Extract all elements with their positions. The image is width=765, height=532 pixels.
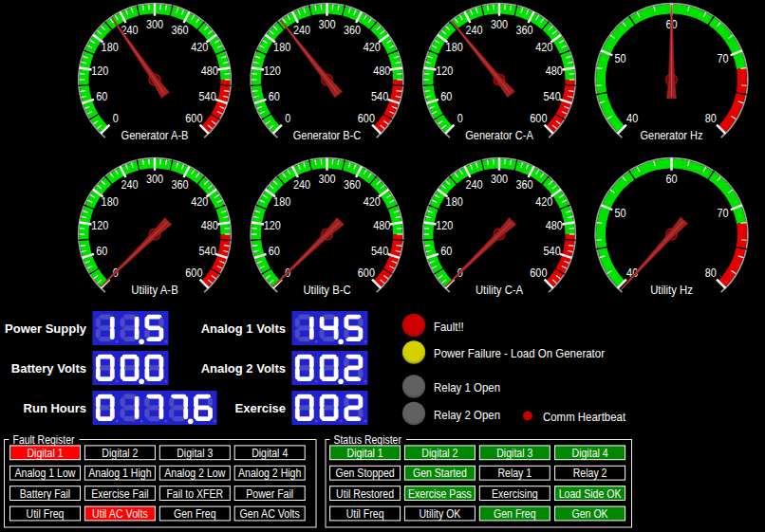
svg-text:480: 480: [201, 64, 218, 78]
svg-text:Gen Freq: Gen Freq: [174, 507, 216, 521]
svg-text:240: 240: [293, 178, 310, 192]
svg-text:600: 600: [358, 266, 375, 280]
svg-text:180: 180: [102, 41, 119, 54]
svg-text:Util AC Volts: Util AC Volts: [92, 507, 148, 521]
svg-text:Fault Register: Fault Register: [13, 433, 75, 447]
svg-text:60: 60: [269, 90, 280, 103]
svg-text:Generator A-B: Generator A-B: [121, 128, 189, 142]
svg-text:600: 600: [185, 112, 202, 125]
svg-text:40: 40: [626, 112, 638, 125]
svg-text:240: 240: [293, 24, 310, 37]
svg-text:50: 50: [614, 207, 625, 220]
svg-text:360: 360: [172, 178, 189, 192]
svg-text:360: 360: [344, 178, 361, 192]
svg-text:Utility C-A: Utility C-A: [476, 283, 523, 297]
svg-text:Util Freq: Util Freq: [27, 507, 65, 521]
svg-text:Digital 4: Digital 4: [252, 447, 288, 460]
svg-text:Battery Volts: Battery Volts: [11, 361, 86, 376]
svg-text:80: 80: [705, 112, 717, 125]
svg-text:Analog 2 Volts: Analog 2 Volts: [201, 361, 286, 376]
svg-text:Analog 2 Low: Analog 2 Low: [164, 467, 225, 480]
svg-text:600: 600: [530, 266, 547, 280]
svg-text:0: 0: [457, 112, 463, 125]
svg-text:300: 300: [146, 173, 163, 186]
svg-text:540: 540: [199, 90, 216, 103]
svg-text:540: 540: [544, 90, 561, 103]
svg-text:Gen Started: Gen Started: [413, 467, 467, 480]
svg-text:360: 360: [516, 178, 533, 192]
svg-text:70: 70: [718, 207, 729, 220]
svg-text:540: 540: [371, 90, 388, 103]
svg-text:Relay 2: Relay 2: [573, 467, 607, 480]
svg-text:420: 420: [364, 41, 381, 54]
svg-text:60: 60: [96, 245, 107, 258]
svg-text:360: 360: [172, 24, 189, 37]
svg-text:Utility B-C: Utility B-C: [303, 283, 350, 297]
svg-text:120: 120: [436, 219, 453, 232]
svg-text:540: 540: [371, 245, 388, 258]
svg-text:120: 120: [91, 64, 108, 78]
svg-text:Digital 4: Digital 4: [572, 447, 608, 460]
svg-text:Digital 3: Digital 3: [177, 447, 213, 460]
svg-text:180: 180: [446, 195, 463, 209]
svg-text:Relay 1: Relay 1: [497, 467, 532, 480]
svg-text:60: 60: [440, 245, 452, 258]
svg-text:Relay 1 Open: Relay 1 Open: [434, 380, 500, 394]
svg-text:Utility OK: Utility OK: [419, 507, 460, 521]
svg-text:Digital 2: Digital 2: [421, 447, 457, 460]
svg-text:80: 80: [705, 266, 717, 280]
svg-text:540: 540: [199, 245, 216, 258]
svg-text:0: 0: [113, 112, 119, 125]
svg-text:300: 300: [146, 18, 163, 31]
svg-text:Analog 1 High: Analog 1 High: [88, 467, 151, 480]
svg-text:50: 50: [614, 52, 625, 65]
svg-text:Gen OK: Gen OK: [572, 507, 608, 521]
svg-text:120: 120: [91, 219, 108, 232]
svg-text:300: 300: [318, 173, 335, 186]
svg-text:480: 480: [546, 219, 563, 232]
svg-text:Gen Stopped: Gen Stopped: [335, 467, 394, 480]
svg-text:420: 420: [191, 195, 208, 209]
svg-text:240: 240: [465, 24, 482, 37]
svg-text:Analog 1 Volts: Analog 1 Volts: [201, 321, 286, 336]
svg-text:Analog 1 Low: Analog 1 Low: [14, 467, 75, 480]
svg-text:180: 180: [273, 195, 290, 209]
svg-text:Exercise Fail: Exercise Fail: [91, 487, 148, 501]
svg-text:240: 240: [121, 178, 138, 192]
svg-text:Digital 3: Digital 3: [496, 447, 532, 460]
svg-text:Generator C-A: Generator C-A: [465, 128, 533, 142]
svg-text:120: 120: [264, 219, 281, 232]
svg-text:480: 480: [373, 64, 390, 78]
svg-text:Fail to XFER: Fail to XFER: [166, 487, 223, 501]
svg-text:Digital 1: Digital 1: [27, 447, 63, 460]
svg-text:600: 600: [530, 112, 547, 125]
svg-text:600: 600: [185, 266, 202, 280]
svg-text:480: 480: [201, 219, 218, 232]
svg-text:Power Fail: Power Fail: [246, 487, 293, 501]
svg-text:60: 60: [440, 90, 452, 103]
svg-text:360: 360: [344, 24, 361, 37]
svg-text:Util Freq: Util Freq: [346, 507, 384, 521]
svg-text:420: 420: [535, 195, 552, 209]
svg-text:Exercise: Exercise: [235, 401, 287, 415]
svg-text:Gen AC Volts: Gen AC Volts: [240, 507, 300, 521]
svg-text:300: 300: [318, 18, 335, 31]
svg-text:0: 0: [285, 112, 290, 125]
svg-text:300: 300: [491, 18, 508, 31]
svg-text:Battery Fail: Battery Fail: [20, 487, 70, 501]
svg-text:Power Supply: Power Supply: [5, 321, 87, 336]
svg-text:Generator B-C: Generator B-C: [293, 128, 362, 142]
svg-text:70: 70: [718, 52, 729, 65]
svg-text:420: 420: [364, 195, 381, 209]
svg-text:180: 180: [102, 195, 119, 209]
svg-text:420: 420: [191, 41, 208, 54]
svg-text:Digital 2: Digital 2: [102, 447, 138, 460]
svg-text:Digital 1: Digital 1: [347, 447, 383, 460]
svg-text:Gen Freq: Gen Freq: [494, 507, 536, 521]
svg-text:Power Failure - Load On Genera: Power Failure - Load On Generator: [434, 346, 606, 360]
svg-text:600: 600: [358, 112, 375, 125]
svg-text:60: 60: [96, 90, 107, 103]
svg-text:Exercising: Exercising: [492, 487, 538, 501]
svg-text:120: 120: [264, 64, 281, 78]
svg-text:Status Register: Status Register: [334, 433, 401, 447]
